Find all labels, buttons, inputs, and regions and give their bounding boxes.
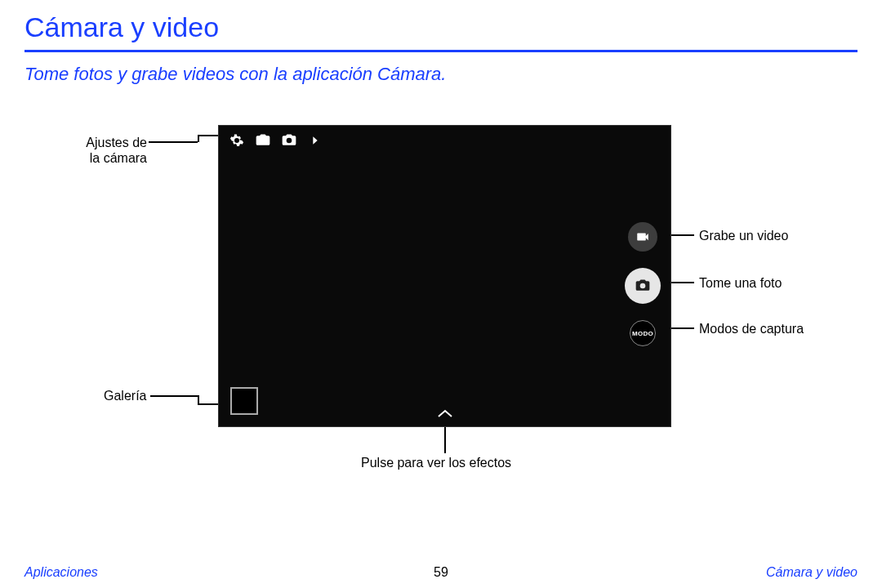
callout-modes-label: Modos de captura <box>699 321 804 336</box>
page-footer: Aplicaciones 59 Cámara y video <box>24 565 858 580</box>
take-photo-button[interactable] <box>625 268 661 304</box>
chevron-up-icon <box>434 408 456 418</box>
callout-settings-label: Ajustes de la cámara <box>80 135 147 166</box>
page: Cámara y video Tome fotos y grabe videos… <box>0 0 882 588</box>
camera-app-screenshot: MODO <box>218 125 671 427</box>
camera-right-controls: MODO <box>625 222 661 346</box>
page-title: Cámara y video <box>24 11 858 48</box>
camera-diagram: Ajustes de la cámara Galería Pulse para … <box>24 110 858 502</box>
footer-left: Aplicaciones <box>24 565 98 580</box>
chevron-right-icon[interactable] <box>307 132 323 149</box>
callout-record-label: Grabe un video <box>699 228 788 243</box>
gear-icon[interactable] <box>229 132 245 149</box>
callout-settings-hline <box>149 141 198 143</box>
callout-effects-vline <box>444 425 446 453</box>
title-divider <box>24 50 858 52</box>
effects-handle[interactable] <box>434 407 456 421</box>
gallery-thumbnail-button[interactable] <box>230 387 258 415</box>
callout-effects-label: Pulse para ver los efectos <box>361 455 511 470</box>
page-subtitle: Tome fotos y grabe videos con la aplicac… <box>24 64 858 85</box>
callout-gallery-vline <box>198 395 199 403</box>
camera-small-icon[interactable] <box>281 132 297 149</box>
switch-camera-icon[interactable] <box>255 132 271 149</box>
mode-button[interactable]: MODO <box>630 320 656 346</box>
callout-gallery-label: Galería <box>104 388 146 403</box>
callout-gallery-hline <box>150 395 198 397</box>
record-video-button[interactable] <box>628 222 657 252</box>
camera-icon <box>635 278 651 294</box>
callout-capture-line <box>670 282 694 283</box>
footer-page-number: 59 <box>434 565 448 580</box>
camera-toolbar <box>229 132 323 149</box>
callout-capture-label: Tome una foto <box>699 275 782 291</box>
footer-right: Cámara y video <box>766 565 858 580</box>
video-icon <box>635 229 650 244</box>
mode-button-label: MODO <box>632 330 653 337</box>
